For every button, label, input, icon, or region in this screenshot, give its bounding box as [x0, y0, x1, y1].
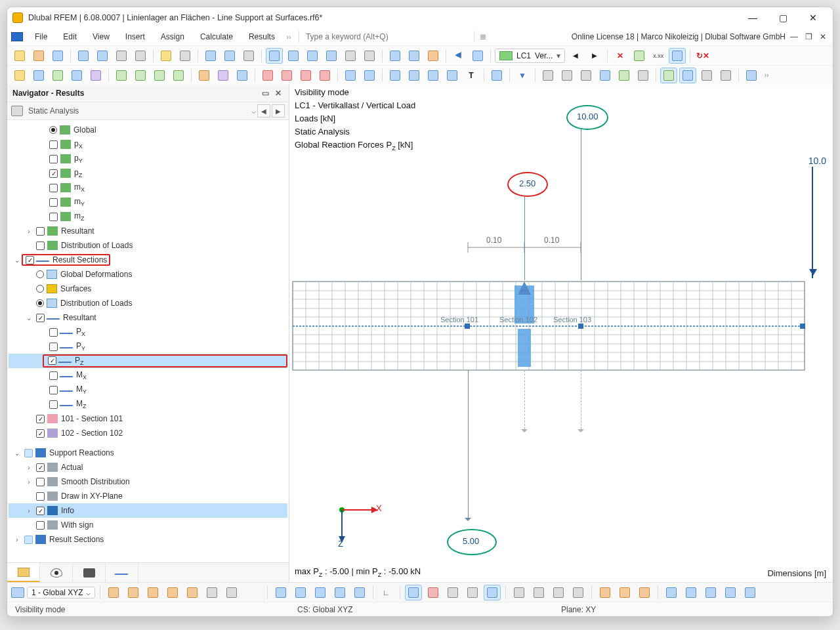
st-e1[interactable] [597, 585, 614, 600]
st-e[interactable] [184, 585, 201, 600]
tb2-c[interactable] [578, 68, 595, 83]
tb2-grid[interactable] [488, 68, 505, 83]
st-m4[interactable] [464, 585, 481, 600]
tb-lc-nav-next[interactable]: ▶ [586, 48, 603, 64]
item-s102[interactable]: 102 - Section 102 [61, 429, 123, 438]
tb-settings[interactable] [240, 48, 257, 64]
st-m5[interactable] [484, 585, 501, 600]
tb-script[interactable] [342, 48, 359, 64]
tb2-b[interactable] [558, 68, 576, 83]
chev-resultant[interactable]: › [24, 228, 33, 235]
st-grid[interactable] [272, 585, 289, 600]
tb2-line[interactable] [30, 68, 47, 83]
item-global[interactable]: Global [74, 125, 96, 135]
chk-resultant[interactable] [36, 227, 45, 236]
tb-show-reactions[interactable] [669, 48, 686, 64]
nav-next-button[interactable]: ▶ [272, 104, 285, 117]
close-button[interactable]: ✕ [799, 9, 828, 27]
tb2-nodesup[interactable] [113, 68, 130, 83]
rad-surf[interactable] [36, 285, 44, 293]
mdi-close-button[interactable]: ✕ [817, 32, 829, 42]
rad-dist2[interactable] [36, 299, 44, 307]
tb-optim[interactable] [425, 48, 442, 64]
chk-PY[interactable] [49, 343, 58, 351]
panel-close-icon[interactable]: ✕ [273, 88, 284, 98]
item-s101[interactable]: 101 - Section 101 [61, 414, 123, 423]
chk-smooth[interactable] [36, 478, 45, 486]
mdi-restore-button[interactable]: ❐ [803, 32, 814, 42]
app-menu-icon[interactable] [11, 32, 23, 41]
st-d4[interactable] [570, 585, 587, 600]
tb2-membsup[interactable] [151, 68, 168, 83]
item-mz[interactable]: mZ [74, 211, 85, 222]
chk-info[interactable] [36, 507, 45, 515]
tb-help[interactable]: ↻✕ [694, 48, 711, 64]
chk-sign[interactable] [36, 521, 45, 530]
tb2-disp4[interactable] [444, 68, 461, 83]
st-f3[interactable] [702, 585, 719, 600]
tb-print[interactable] [132, 48, 149, 64]
st-f4[interactable] [722, 585, 739, 600]
tb-copy-model[interactable] [94, 48, 111, 64]
st-snap[interactable] [292, 585, 309, 600]
item-mx[interactable]: mX [74, 182, 85, 193]
chk-my[interactable] [49, 198, 58, 207]
tb-new-sheet[interactable] [158, 48, 175, 64]
tb-lc-prev[interactable]: ⯇ [450, 48, 467, 64]
keyword-search-input[interactable] [304, 30, 469, 43]
tb2-j[interactable] [717, 68, 734, 83]
chev-rs[interactable]: ⌄ [12, 257, 22, 264]
tb-cloud[interactable] [49, 48, 66, 64]
chk-result-sections[interactable] [26, 256, 34, 264]
st-osnap[interactable] [312, 585, 329, 600]
loadcase-combo[interactable]: LC1 Ver... ▾ [495, 49, 565, 63]
tb-show-vals[interactable]: x.xx [650, 48, 667, 64]
item-support[interactable]: Support Reactions [49, 448, 114, 457]
tb-undo[interactable] [202, 48, 219, 64]
viewport[interactable]: Visibility mode LC1 - Vertikallast / Ver… [289, 85, 833, 582]
tb2-lload[interactable] [278, 68, 295, 83]
tb-report[interactable] [361, 48, 378, 64]
tb2-copy[interactable] [361, 68, 378, 83]
chk-pz[interactable] [49, 169, 58, 178]
tb2-disp1[interactable] [387, 68, 404, 83]
tb2-node[interactable] [11, 68, 28, 83]
chk-res2[interactable] [36, 314, 45, 322]
chev-actual[interactable]: › [24, 464, 33, 471]
st-m1[interactable] [405, 585, 422, 600]
item-my[interactable]: mY [74, 197, 85, 207]
tb-lc-list[interactable] [469, 48, 486, 64]
nav-tab-data[interactable] [7, 563, 40, 582]
menu-edit[interactable]: Edit [56, 31, 83, 43]
menu-file[interactable]: File [28, 31, 54, 43]
st-e3[interactable] [636, 585, 653, 600]
nav-tab-display[interactable] [40, 563, 73, 582]
item-actual[interactable]: Actual [61, 463, 83, 472]
tb2-mload[interactable] [297, 68, 314, 83]
chk-px[interactable] [49, 140, 58, 149]
tb-table[interactable] [323, 48, 340, 64]
toolbar-overflow-icon[interactable]: ›› [762, 72, 771, 79]
st-d2[interactable] [530, 585, 547, 600]
st-b[interactable] [125, 585, 142, 600]
item-res2[interactable]: Resultant [63, 313, 96, 322]
tb2-i[interactable] [698, 68, 715, 83]
st-guide[interactable] [351, 585, 368, 600]
chk-mz[interactable] [49, 213, 58, 221]
rad-gdef[interactable] [36, 270, 44, 278]
tb2-filter[interactable]: ▼ [514, 68, 531, 83]
tb2-sload[interactable] [316, 68, 333, 83]
view-icon[interactable] [11, 587, 24, 598]
chk-MY[interactable] [49, 386, 58, 394]
chev-info[interactable]: › [24, 507, 33, 514]
chk-drawxy[interactable] [36, 492, 45, 501]
chk-dist[interactable] [36, 242, 45, 250]
chk-PX[interactable] [49, 328, 58, 337]
item-MX[interactable]: MX [76, 370, 87, 381]
item-gdef[interactable]: Global Deformations [60, 270, 132, 279]
view-combo[interactable]: 1 - Global XYZ ⌵ [27, 587, 95, 598]
st-f2[interactable] [682, 585, 700, 600]
item-info[interactable]: Info [61, 506, 74, 515]
tb2-a[interactable] [539, 68, 556, 83]
item-px[interactable]: pX [74, 139, 83, 150]
